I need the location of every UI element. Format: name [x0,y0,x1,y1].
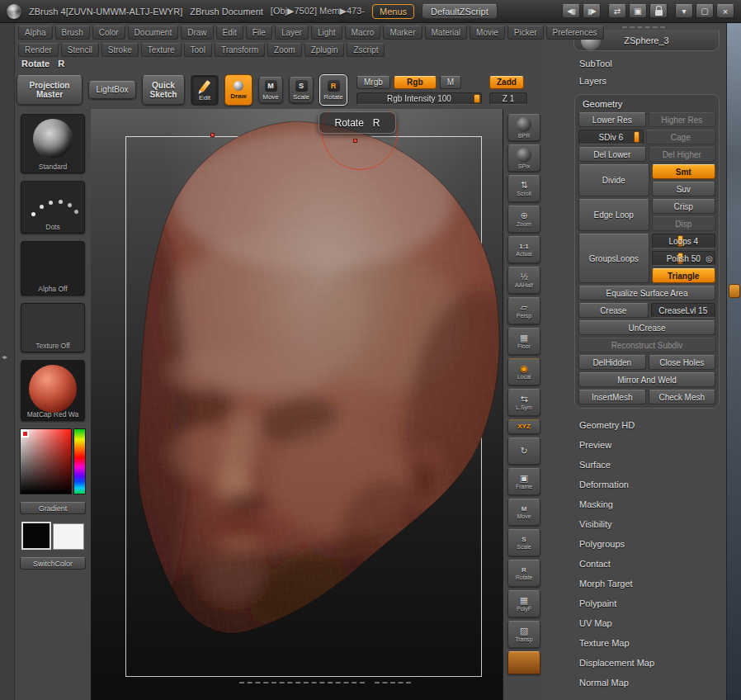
menu-document[interactable]: Document [128,26,179,40]
groups-loops-button[interactable]: GroupsLoops [578,234,649,283]
rail-aahalf-button[interactable]: ½ AAHalf [507,267,540,294]
rail-partial-button[interactable] [507,651,540,674]
del-hidden-button[interactable]: DelHidden [578,355,646,370]
rotate-button[interactable]: R Rotate [319,74,347,106]
secondary-color-swatch[interactable] [53,523,84,550]
current-alpha-thumbnail[interactable]: Alpha Off [21,241,85,296]
tray-scroll-left-button[interactable]: ◀|||| [562,4,580,18]
canvas-scrollbar-dashes-2[interactable] [375,682,411,683]
menu-alpha[interactable]: Alpha [18,26,53,40]
del-lower-button[interactable]: Del Lower [578,147,646,162]
polish-mode-toggle[interactable]: ◎ [706,253,713,264]
rail-scroll-button[interactable]: ⇅ Scroll [507,175,540,202]
menu-transform[interactable]: Transform [215,43,265,57]
menu-layer[interactable]: Layer [275,26,309,40]
section-contact[interactable]: Contact [543,554,726,574]
menu-marker[interactable]: Marker [383,26,422,40]
section-masking[interactable]: Masking [543,494,726,514]
current-material-thumbnail[interactable]: MatCap Red Wa [21,360,85,421]
rail-transp-button[interactable]: ▨ Transp [507,621,540,648]
close-button[interactable]: × [716,4,734,18]
rail-actual-button[interactable]: 1:1 Actual [507,236,540,263]
menu-tool[interactable]: Tool [184,43,212,57]
menu-zoom[interactable]: Zoom [267,43,302,57]
default-zscript-button[interactable]: DefaultZScript [422,4,498,19]
equalize-surface-area-button[interactable]: Equalize Surface Area [578,286,715,300]
tray-splitter-icon[interactable]: ◂▸ [2,353,7,361]
triangle-button[interactable]: Triangle [652,268,716,283]
menu-zscript[interactable]: Zscript [347,43,385,57]
move-button[interactable]: M Move [258,77,283,103]
menu-stencil[interactable]: Stencil [61,43,99,57]
section-normal-map[interactable]: Normal Map [543,673,726,693]
section-texture-map[interactable]: Texture Map [543,633,726,653]
geometry-panel-title[interactable]: Geometry [583,99,715,109]
subtool-section-header[interactable]: SubTool [579,59,726,69]
current-stroke-thumbnail[interactable]: Dots [21,181,85,234]
switch-color-button[interactable]: SwitchColor [20,557,86,570]
edge-loop-button[interactable]: Edge Loop [578,199,649,231]
mrgb-button[interactable]: Mrgb [356,76,390,89]
menu-draw[interactable]: Draw [181,26,213,40]
rgb-intensity-slider[interactable]: Rgb Intensity 100 [356,92,482,105]
insert-mesh-button[interactable]: InsertMesh [578,390,646,404]
section-morph-target[interactable]: Morph Target [543,574,726,594]
crisp-button[interactable]: Crisp [652,199,716,214]
sdiv-slider-handle[interactable] [634,131,640,143]
menu-stroke[interactable]: Stroke [101,43,139,57]
menu-render[interactable]: Render [18,43,59,57]
section-visibility[interactable]: Visibility [543,514,726,534]
menu-texture[interactable]: Texture [141,43,182,57]
m-button[interactable]: M [440,76,461,89]
tray-scroll-right-button[interactable]: ||||▶ [583,4,601,18]
menu-light[interactable]: Light [311,26,342,40]
rail-move-button[interactable]: M Move [507,499,540,526]
hidden-panel-tab[interactable] [729,284,740,298]
section-polygroups[interactable]: Polygroups [543,534,726,554]
rail-bpr-button[interactable]: BPR [507,114,540,141]
rail-floor-button[interactable]: ▦ Floor [507,328,540,355]
lower-res-button[interactable]: Lower Res [578,112,646,127]
menu-movie[interactable]: Movie [470,26,505,40]
polish-slider[interactable]: Polish 50 ◎ [652,251,716,266]
rail-scale-button[interactable]: S Scale [507,529,540,556]
current-texture-thumbnail[interactable]: Texture Off [21,303,85,352]
saturation-value-square[interactable] [20,428,72,494]
color-picker[interactable] [20,428,86,494]
quick-sketch-button[interactable]: Quick Sketch [142,75,185,105]
section-deformation[interactable]: Deformation [543,475,726,494]
menu-zplugin[interactable]: Zplugin [304,43,345,57]
rail-spin-button[interactable]: ↻ [507,438,540,465]
menu-material[interactable]: Material [425,26,468,40]
section-geometry-hd[interactable]: Geometry HD [543,415,726,435]
current-brush-thumbnail[interactable]: Standard [21,114,85,173]
mirror-and-weld-button[interactable]: Mirror And Weld [578,372,715,387]
lock-button[interactable] [649,4,668,18]
divide-button[interactable]: Divide [578,164,649,196]
z-intensity-slider[interactable]: Z 1 [489,92,527,105]
restore-button[interactable]: ▢ [696,4,714,18]
loops-slider[interactable]: Loops 4 [652,234,716,248]
smt-button[interactable]: Smt [652,164,716,179]
layers-section-header[interactable]: Layers [579,76,726,86]
menus-button[interactable]: Menus [372,4,414,19]
scale-button[interactable]: S Scale [289,77,314,103]
uncrease-button[interactable]: UnCrease [578,320,715,335]
crease-button[interactable]: Crease [578,303,649,318]
color-marker[interactable] [21,430,29,438]
projection-master-button[interactable]: Projection Master [17,75,83,105]
hue-strip[interactable] [73,428,86,494]
menu-color[interactable]: Color [92,26,125,40]
minimize-button[interactable]: ▾ [675,4,693,18]
tray-scroll-dashes[interactable] [622,26,665,28]
check-mesh-button[interactable]: Check Mesh [649,390,716,404]
edit-button[interactable]: Edit [191,74,219,106]
crease-lvl-slider[interactable]: CreaseLvl 15 [651,303,716,318]
rail-local-button[interactable]: ◉ Local [507,358,540,385]
suv-button[interactable]: Suv [652,182,716,196]
nav-arrows-button[interactable]: ⇄ [608,4,626,18]
rail-lsym-button[interactable]: ⇆ L.Sym [507,389,540,416]
rail-zoom-button[interactable]: ⊕ Zoom [507,206,540,233]
lightbox-button[interactable]: LightBox [88,81,136,99]
menu-brush[interactable]: Brush [55,26,90,40]
